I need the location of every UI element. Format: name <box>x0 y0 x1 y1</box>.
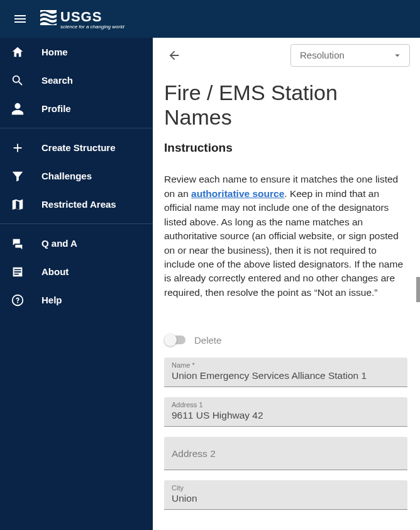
hamburger-icon <box>13 11 28 26</box>
sidebar-item-help[interactable]: Help <box>0 286 153 314</box>
plus-icon <box>10 140 25 155</box>
delete-toggle-row: Delete <box>164 334 407 346</box>
page-title: Fire / EMS Station Names <box>164 81 407 130</box>
sidebar-item-home[interactable]: Home <box>0 38 153 66</box>
qa-icon <box>10 236 25 251</box>
address2-field[interactable] <box>164 437 407 470</box>
sidebar-item-qa[interactable]: Q and A <box>0 229 153 257</box>
sidebar: Home Search Profile Create Structure Cha… <box>0 38 153 530</box>
scroll-area[interactable]: Fire / EMS Station Names Instructions Re… <box>153 73 420 530</box>
map-icon <box>10 197 25 212</box>
address1-field-label: Address 1 <box>172 401 400 409</box>
app-header: USGS science for a changing world <box>0 0 420 38</box>
sidebar-item-create-structure[interactable]: Create Structure <box>0 133 153 162</box>
address1-field[interactable]: Address 1 <box>164 397 407 427</box>
city-field[interactable]: City <box>164 480 407 510</box>
instructions-text: Review each name to ensure it matches th… <box>164 172 407 300</box>
home-icon <box>10 45 25 60</box>
sidebar-separator <box>0 128 153 128</box>
city-input[interactable] <box>172 492 400 504</box>
sidebar-item-label: Challenges <box>41 171 92 181</box>
sidebar-item-about[interactable]: About <box>0 257 153 286</box>
filter-icon <box>10 169 25 184</box>
name-input[interactable] <box>172 369 400 381</box>
arrow-left-icon <box>167 48 181 62</box>
sidebar-item-restricted-areas[interactable]: Restricted Areas <box>0 190 153 218</box>
sidebar-item-label: Search <box>41 75 73 86</box>
name-field-label: Name * <box>172 361 400 369</box>
logo-text: USGS <box>60 9 102 25</box>
logo-tagline: science for a changing world <box>60 24 124 30</box>
sidebar-item-label: Profile <box>41 103 71 114</box>
outer-scroll-handle[interactable] <box>416 277 420 302</box>
city-field-label: City <box>172 484 400 492</box>
sidebar-item-label: About <box>41 266 69 277</box>
hamburger-menu-button[interactable] <box>8 6 33 31</box>
sidebar-item-profile[interactable]: Profile <box>0 94 153 123</box>
back-button[interactable] <box>163 44 185 67</box>
name-field[interactable]: Name * <box>164 358 407 387</box>
authoritative-source-link[interactable]: authoritative source <box>191 188 284 199</box>
sidebar-item-challenges[interactable]: Challenges <box>0 162 153 190</box>
usgs-wave-icon <box>40 9 57 25</box>
sidebar-item-label: Create Structure <box>41 142 116 153</box>
address2-input[interactable] <box>172 447 400 460</box>
sidebar-item-label: Home <box>41 47 68 57</box>
person-icon <box>10 101 25 116</box>
instructions-heading: Instructions <box>164 141 407 155</box>
resolution-label: Resolution <box>300 50 345 60</box>
list-icon <box>10 264 25 279</box>
usgs-logo: USGS science for a changing world <box>40 9 124 30</box>
sidebar-item-search[interactable]: Search <box>0 66 153 94</box>
delete-label: Delete <box>194 335 221 346</box>
resolution-select[interactable]: Resolution <box>290 44 410 67</box>
chevron-down-icon <box>392 50 403 61</box>
address1-input[interactable] <box>172 409 400 421</box>
content-topbar: Resolution <box>153 38 420 73</box>
help-icon <box>10 293 25 308</box>
sidebar-separator <box>0 223 153 224</box>
sidebar-item-label: Q and A <box>41 238 77 249</box>
delete-toggle[interactable] <box>164 334 187 346</box>
sidebar-item-label: Help <box>41 295 62 305</box>
sidebar-item-label: Restricted Areas <box>41 199 116 210</box>
search-icon <box>10 73 25 88</box>
content: Resolution Fire / EMS Station Names Inst… <box>153 38 420 530</box>
